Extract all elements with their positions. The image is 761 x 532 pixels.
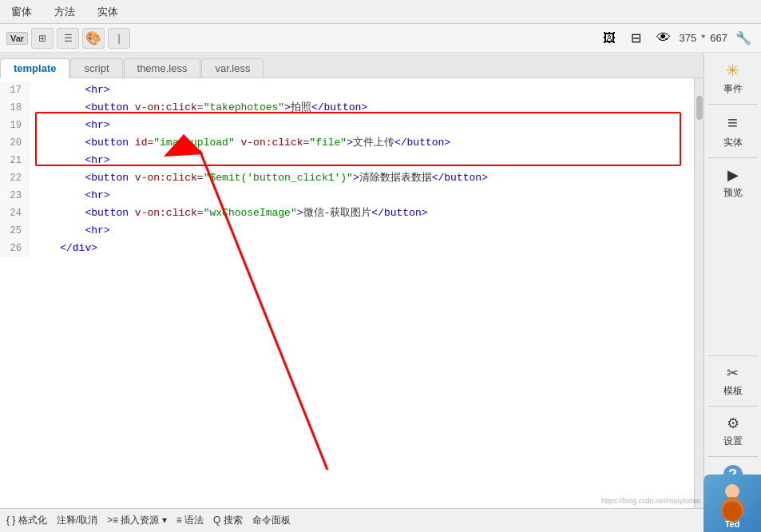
line-content-24: <button v-on:click="wxChooseImage">微信-获取…: [29, 204, 694, 222]
toolbar-btn-extra[interactable]: |: [108, 28, 130, 49]
line-num-18: 18: [0, 99, 29, 117]
settings-label: 设置: [723, 435, 743, 448]
status-comment[interactable]: 注释/取消: [57, 514, 97, 527]
sidebar-btn-entity[interactable]: ≡ 实体: [709, 108, 757, 154]
toolbar-icon-image[interactable]: 🖼: [598, 28, 620, 49]
code-line-19: 19 <hr>: [0, 117, 694, 134]
menu-entity[interactable]: 实体: [93, 3, 123, 21]
line-content-26: </div>: [29, 240, 694, 257]
main-area: template script theme.less var.less 17 <…: [0, 53, 761, 508]
entity-label: 实体: [723, 136, 743, 149]
line-content-19: <hr>: [29, 117, 694, 134]
preview-icon: ▶: [727, 166, 739, 184]
line-content-23: <hr>: [29, 187, 694, 204]
divider-1: [707, 104, 759, 105]
toolbar-star: *: [701, 32, 705, 44]
sidebar-btn-event[interactable]: ✳ 事件: [709, 56, 757, 101]
line-num-23: 23: [0, 187, 29, 204]
sidebar-btn-preview[interactable]: ▶ 预览: [709, 161, 757, 204]
code-line-22: 22 <button v-on:click="$emit('button_cli…: [0, 169, 694, 187]
line-num-22: 22: [0, 169, 29, 187]
status-bar: { } 格式化 注释/取消 >≡ 插入资源 ▾ ≡ 语法 Q 搜索 命令面板 行…: [0, 508, 761, 532]
var-label: Var: [6, 32, 28, 45]
line-num-19: 19: [0, 117, 29, 134]
sidebar-btn-template[interactable]: ✂ 模板: [709, 359, 757, 403]
toolbar-icon-export[interactable]: 🔧: [732, 28, 755, 49]
toolbar-num2: 667: [710, 32, 727, 44]
code-line-26: 26 </div>: [0, 240, 694, 257]
code-line-23: 23 <hr>: [0, 187, 694, 204]
toolbar-num1: 375: [680, 32, 697, 44]
code-line-20: 20 <button id="imageupload" v-on:click="…: [0, 134, 694, 152]
line-content-22: <button v-on:click="$emit('button_click1…: [29, 169, 694, 187]
tabs: template script theme.less var.less: [0, 53, 704, 78]
menu-method[interactable]: 方法: [50, 3, 80, 21]
toolbar-icon-eye[interactable]: 👁: [652, 28, 675, 49]
line-content-17: <hr>: [29, 81, 694, 99]
code-line-25: 25 <hr>: [0, 222, 694, 240]
toolbar-btn-grid[interactable]: ⊞: [31, 28, 54, 49]
line-content-25: <hr>: [29, 222, 694, 240]
toolbar-btn-table[interactable]: ☰: [57, 28, 79, 49]
status-format[interactable]: { } 格式化: [6, 514, 47, 527]
code-area[interactable]: 17 <hr> 18 <button v-on:click="takephoto…: [0, 78, 694, 508]
tab-theme-less[interactable]: theme.less: [124, 58, 201, 77]
event-label: 事件: [723, 82, 743, 96]
entity-icon: ≡: [727, 113, 738, 133]
svg-point-3: [725, 484, 739, 498]
line-num-24: 24: [0, 204, 29, 222]
line-num-20: 20: [0, 134, 29, 152]
line-content-21: <hr>: [29, 152, 694, 169]
divider-4: [707, 406, 759, 407]
code-line-17: 17 <hr>: [0, 81, 694, 99]
toolbar-icon-table2[interactable]: ⊟: [625, 28, 648, 49]
status-insert[interactable]: >≡ 插入资源 ▾: [107, 514, 167, 527]
tab-script[interactable]: script: [70, 58, 122, 77]
right-sidebar: ✳ 事件 ≡ 实体 ▶ 预览 ✂ 模板 ⚙ 设置 ? 帮助: [704, 53, 761, 508]
code-line-21: 21 <hr>: [0, 152, 694, 169]
status-command[interactable]: 命令面板: [252, 514, 291, 527]
settings-icon: ⚙: [727, 415, 739, 432]
sidebar-btn-settings[interactable]: ⚙ 设置: [709, 410, 757, 453]
line-num-21: 21: [0, 152, 29, 169]
divider-2: [707, 157, 759, 158]
toolbar-btn-color[interactable]: 🎨: [82, 28, 105, 49]
editor-area: template script theme.less var.less 17 <…: [0, 53, 704, 508]
tab-template[interactable]: template: [0, 58, 69, 78]
svg-point-5: [723, 502, 742, 521]
preview-label: 预览: [723, 186, 743, 200]
ted-avatar: Ted: [704, 474, 761, 532]
line-num-17: 17: [0, 81, 29, 99]
divider-3: [707, 355, 759, 356]
menu-bar: 窗体 方法 实体: [0, 0, 761, 24]
template-icon: ✂: [727, 364, 739, 382]
line-num-25: 25: [0, 222, 29, 240]
code-line-24: 24 <button v-on:click="wxChooseImage">微信…: [0, 204, 694, 222]
status-search[interactable]: Q 搜索: [213, 514, 243, 527]
line-content-18: <button v-on:click="takephotoes">拍照</but…: [29, 99, 694, 117]
ted-label: Ted: [725, 519, 740, 529]
line-num-26: 26: [0, 240, 29, 257]
tab-var-less[interactable]: var.less: [201, 58, 264, 77]
menu-window[interactable]: 窗体: [6, 3, 37, 21]
divider-5: [707, 456, 759, 457]
template-label: 模板: [723, 384, 743, 398]
code-line-18: 18 <button v-on:click="takephotoes">拍照</…: [0, 99, 694, 117]
vertical-scrollbar[interactable]: [694, 78, 704, 508]
event-icon: ✳: [726, 61, 739, 80]
line-content-20: <button id="imageupload" v-on:click="fil…: [29, 134, 694, 152]
toolbar: Var ⊞ ☰ 🎨 | 🖼 ⊟ 👁 375 * 667 🔧: [0, 24, 761, 53]
status-syntax[interactable]: ≡ 语法: [176, 514, 204, 527]
